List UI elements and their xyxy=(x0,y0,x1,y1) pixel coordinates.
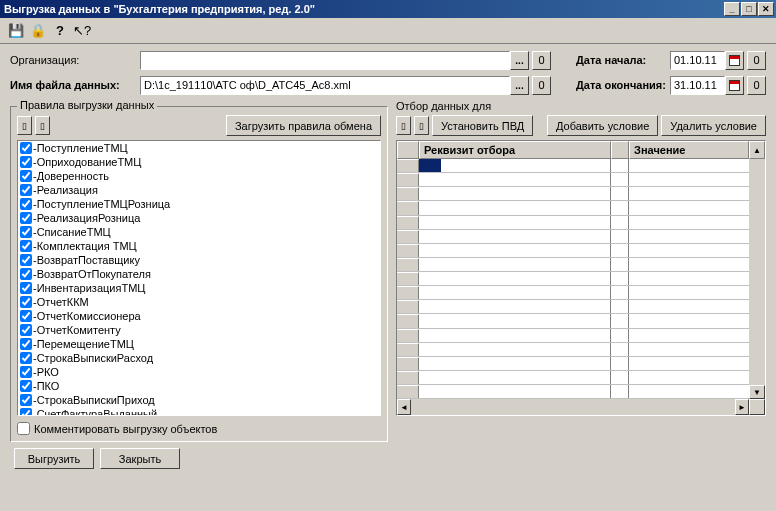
list-item[interactable]: -Доверенность xyxy=(18,169,380,183)
list-item-checkbox[interactable] xyxy=(20,268,32,280)
list-item[interactable]: -ОтчетКомитенту xyxy=(18,323,380,337)
filename-browse-button[interactable]: ... xyxy=(510,76,529,95)
list-item[interactable]: -ПКО xyxy=(18,379,380,393)
org-input[interactable] xyxy=(140,51,510,70)
list-item-checkbox[interactable] xyxy=(20,254,32,266)
list-item[interactable]: -ПоступлениеТМЦ xyxy=(18,141,380,155)
list-item[interactable]: -ВозвратПоставщику xyxy=(18,253,380,267)
table-row[interactable] xyxy=(397,286,749,300)
column-header-rekvizit[interactable]: Реквизит отбора xyxy=(419,141,611,159)
org-browse-button[interactable]: ... xyxy=(510,51,529,70)
table-row[interactable] xyxy=(397,216,749,230)
list-item-checkbox[interactable] xyxy=(20,310,32,322)
table-row[interactable] xyxy=(397,187,749,201)
rules-tree[interactable]: -ПоступлениеТМЦ-ОприходованиеТМЦ-Доверен… xyxy=(17,140,381,416)
list-item-checkbox[interactable] xyxy=(20,324,32,336)
lock-icon[interactable]: 🔒 xyxy=(30,23,46,39)
table-row[interactable] xyxy=(397,357,749,371)
list-item-checkbox[interactable] xyxy=(20,184,32,196)
scroll-left-button[interactable]: ◄ xyxy=(397,399,411,415)
vertical-scrollbar[interactable]: ▼ xyxy=(749,159,765,399)
list-item-checkbox[interactable] xyxy=(20,212,32,224)
help-icon[interactable]: ? xyxy=(52,23,68,39)
date-end-input[interactable] xyxy=(670,76,725,95)
list-item[interactable]: -СписаниеТМЦ xyxy=(18,225,380,239)
list-item-checkbox[interactable] xyxy=(20,380,32,392)
set-pvd-button[interactable]: Установить ПВД xyxy=(432,115,533,136)
minimize-button[interactable]: _ xyxy=(724,2,740,16)
list-item-checkbox[interactable] xyxy=(20,198,32,210)
filename-input[interactable] xyxy=(140,76,510,95)
list-item[interactable]: -ВозвратОтПокупателя xyxy=(18,267,380,281)
collapse-all-button[interactable]: ▯ xyxy=(35,116,50,135)
expand-all-button[interactable]: ▯ xyxy=(17,116,32,135)
scroll-down-button[interactable]: ▼ xyxy=(749,385,765,399)
list-item-checkbox[interactable] xyxy=(20,394,32,406)
table-row[interactable] xyxy=(397,314,749,328)
whats-this-icon[interactable]: ↖? xyxy=(74,23,90,39)
date-start-clear-button[interactable]: 0 xyxy=(747,51,766,70)
list-item[interactable]: -ИнвентаризацияТМЦ xyxy=(18,281,380,295)
filter-table[interactable]: Реквизит отбора Значение ▲ ▼ ◄ ► xyxy=(396,140,766,416)
list-item-label: -СписаниеТМЦ xyxy=(33,226,111,238)
list-item[interactable]: -ПоступлениеТМЦРозница xyxy=(18,197,380,211)
list-item-checkbox[interactable] xyxy=(20,226,32,238)
list-item[interactable]: -ОтчетКомиссионера xyxy=(18,309,380,323)
column-header-value[interactable]: Значение xyxy=(629,141,749,159)
delete-condition-button[interactable]: Удалить условие xyxy=(661,115,766,136)
comment-checkbox[interactable] xyxy=(17,422,30,435)
table-row[interactable] xyxy=(397,173,749,187)
scroll-right-button[interactable]: ► xyxy=(735,399,749,415)
load-rules-button[interactable]: Загрузить правила обмена xyxy=(226,115,381,136)
close-button[interactable]: ✕ xyxy=(758,2,774,16)
list-item-checkbox[interactable] xyxy=(20,142,32,154)
list-item-checkbox[interactable] xyxy=(20,366,32,378)
close-dialog-button[interactable]: Закрыть xyxy=(100,448,180,469)
table-row[interactable] xyxy=(397,385,749,399)
list-item[interactable]: -СчетФактураВыданный xyxy=(18,407,380,416)
list-item[interactable]: -Комплектация ТМЦ xyxy=(18,239,380,253)
list-item-checkbox[interactable] xyxy=(20,170,32,182)
table-row[interactable] xyxy=(397,329,749,343)
horizontal-scrollbar[interactable]: ◄ ► xyxy=(397,399,765,415)
list-item[interactable]: -СтрокаВыпискиРасход xyxy=(18,351,380,365)
filter-collapse-button[interactable]: ▯ xyxy=(414,116,429,135)
table-row[interactable] xyxy=(397,371,749,385)
maximize-button[interactable]: □ xyxy=(741,2,757,16)
list-item[interactable]: -ПеремещениеТМЦ xyxy=(18,337,380,351)
filter-expand-button[interactable]: ▯ xyxy=(396,116,411,135)
column-header-sep[interactable] xyxy=(611,141,629,159)
save-icon[interactable]: 💾 xyxy=(8,23,24,39)
date-start-input[interactable] xyxy=(670,51,725,70)
add-condition-button[interactable]: Добавить условие xyxy=(547,115,658,136)
table-row[interactable] xyxy=(397,272,749,286)
export-button[interactable]: Выгрузить xyxy=(14,448,94,469)
list-item-checkbox[interactable] xyxy=(20,296,32,308)
list-item-checkbox[interactable] xyxy=(20,408,32,416)
table-row[interactable] xyxy=(397,258,749,272)
table-row[interactable] xyxy=(397,230,749,244)
table-row[interactable] xyxy=(397,159,749,173)
list-item[interactable]: -ОприходованиеТМЦ xyxy=(18,155,380,169)
table-row[interactable] xyxy=(397,343,749,357)
scroll-up-button[interactable]: ▲ xyxy=(749,141,765,159)
list-item-checkbox[interactable] xyxy=(20,282,32,294)
list-item-checkbox[interactable] xyxy=(20,156,32,168)
list-item[interactable]: -Реализация xyxy=(18,183,380,197)
date-end-clear-button[interactable]: 0 xyxy=(747,76,766,95)
date-start-calendar-button[interactable] xyxy=(725,51,744,70)
org-clear-button[interactable]: 0 xyxy=(532,51,551,70)
list-item[interactable]: -РеализацияРозница xyxy=(18,211,380,225)
list-item[interactable]: -СтрокаВыпискиПриход xyxy=(18,393,380,407)
table-row[interactable] xyxy=(397,300,749,314)
column-header-handle[interactable] xyxy=(397,141,419,159)
date-end-calendar-button[interactable] xyxy=(725,76,744,95)
list-item-checkbox[interactable] xyxy=(20,240,32,252)
list-item-checkbox[interactable] xyxy=(20,338,32,350)
list-item[interactable]: -РКО xyxy=(18,365,380,379)
filename-clear-button[interactable]: 0 xyxy=(532,76,551,95)
list-item-checkbox[interactable] xyxy=(20,352,32,364)
list-item[interactable]: -ОтчетККМ xyxy=(18,295,380,309)
table-row[interactable] xyxy=(397,244,749,258)
table-row[interactable] xyxy=(397,201,749,215)
